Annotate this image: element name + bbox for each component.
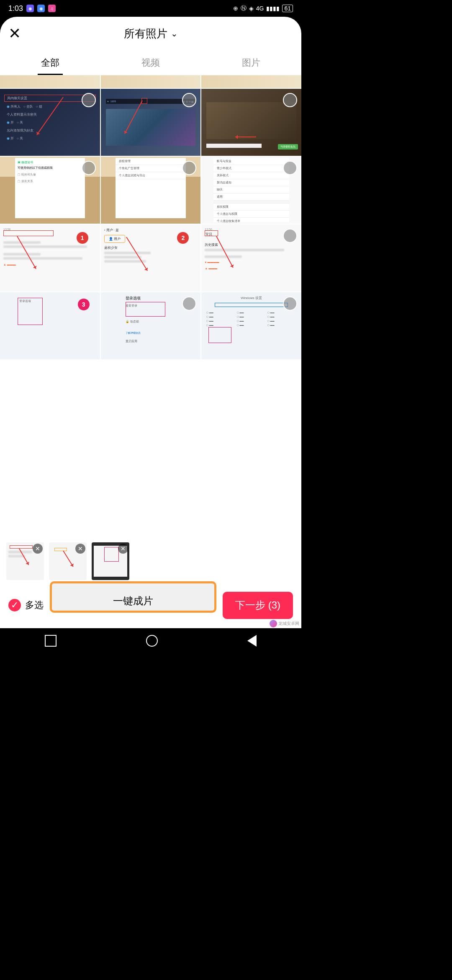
- select-circle[interactable]: [283, 297, 297, 311]
- close-button[interactable]: ✕: [8, 25, 21, 42]
- thumb-r2-1[interactable]: ▣ 微信读书 可使用你的以下信息或权限 ▢ 昵称和头像 ▢ 朋友关系: [0, 157, 100, 224]
- tray-item-2[interactable]: ✕: [49, 542, 87, 580]
- thumb-r1-1[interactable]: 局内聊天设置 ◉ 所有人 ○ 全队 ○ 组 个人资料显示亲密关 ◉ 开 ○ 关 …: [0, 89, 100, 156]
- select-circle[interactable]: [283, 93, 297, 107]
- check-icon: ✓: [8, 599, 21, 611]
- app-icon-2: ◉: [37, 5, 45, 12]
- multi-select-toggle[interactable]: ✓ 多选: [8, 599, 44, 611]
- header: ✕ 所有照片 ⌄: [0, 17, 301, 50]
- select-circle[interactable]: [283, 161, 297, 175]
- select-circle[interactable]: [182, 93, 196, 107]
- remove-icon[interactable]: ✕: [33, 544, 43, 554]
- thumb-r4-2[interactable]: 登录选项 需要登录 🔒 动态锁 了解详细信息 重启应用: [101, 292, 201, 359]
- photo-grid: 局内聊天设置 ◉ 所有人 ○ 全队 ○ 组 个人资料显示亲密关 ◉ 开 ○ 关 …: [0, 75, 301, 540]
- watermark: 龙城安卓网: [270, 620, 299, 627]
- one-click-button[interactable]: 一键成片: [50, 581, 216, 613]
- remove-icon[interactable]: ✕: [118, 544, 128, 554]
- vibrate-icon: ⊕: [233, 5, 238, 12]
- thumb-book-2[interactable]: [101, 75, 201, 88]
- tab-all[interactable]: 全部: [0, 50, 100, 75]
- thumb-r2-2[interactable]: 授权管理 个性化广告管理 个人信息浏览与导出: [101, 157, 201, 224]
- app-icon-3: ♫: [48, 5, 56, 12]
- select-circle[interactable]: [283, 229, 297, 243]
- recent-apps-button[interactable]: [45, 635, 56, 647]
- system-nav-bar: [0, 628, 301, 653]
- header-title-text: 所有照片: [124, 26, 167, 41]
- home-button[interactable]: [146, 635, 158, 647]
- nfc-icon: Ⓝ: [241, 5, 247, 12]
- chevron-down-icon: ⌄: [171, 28, 178, 39]
- thumb-r4-3[interactable]: Windows 设置 ▢ ▬▬▢ ▬▬▢ ▬▬ ▢ ▬▬▢ ▬▬▢ ▬▬ ▢ ▬…: [201, 292, 301, 359]
- select-circle[interactable]: [82, 93, 96, 107]
- album-selector[interactable]: 所有照片 ⌄: [124, 26, 178, 41]
- signal-icon: ▮▮▮▮: [266, 5, 280, 12]
- filter-tabs: 全部 视频 图片: [0, 50, 301, 75]
- selected-tray: ✕ ✕ ✕: [0, 540, 301, 582]
- network-label: 4G: [256, 5, 264, 12]
- thumb-r2-3[interactable]: 帐号与安全 青少年模式 关怀模式 新消息通知 聊天 通用 朋友权限 个人信息与权…: [201, 157, 301, 224]
- status-bar: 1:03 ◉ ◉ ♫ ⊕ Ⓝ ◈ 4G ▮▮▮▮ 61: [0, 0, 301, 17]
- select-circle[interactable]: [82, 161, 96, 175]
- next-button[interactable]: 下一步 (3): [223, 592, 293, 619]
- tab-image[interactable]: 图片: [201, 50, 301, 75]
- thumb-r4-1[interactable]: 登录选项 3: [0, 292, 100, 359]
- battery-indicator: 61: [282, 5, 293, 12]
- bottom-bar: ✓ 多选 一键成片 下一步 (3): [0, 582, 301, 628]
- thumb-r1-3[interactable]: 与亲密好友玩: [201, 89, 301, 156]
- tray-item-3[interactable]: ✕: [92, 542, 129, 580]
- select-circle[interactable]: [182, 161, 196, 175]
- thumb-r3-3[interactable]: 13:56 宝贝 历史搜索 ● ▬▬▬▬ ▲ ▬▬▬: [201, 224, 301, 291]
- thumb-book-1[interactable]: [0, 75, 100, 88]
- remove-icon[interactable]: ✕: [75, 544, 85, 554]
- thumb-r3-1[interactable]: 13:56 ▲ ▬▬▬ 1: [0, 224, 100, 291]
- tab-video[interactable]: 视频: [100, 50, 201, 75]
- thumb-r3-2[interactable]: ‹ 用户 · 是 👤 用户 是枝少女 2: [101, 224, 201, 291]
- back-button[interactable]: [247, 635, 257, 647]
- status-time: 1:03: [8, 4, 23, 13]
- wifi-icon: ◈: [249, 5, 254, 12]
- tray-item-1[interactable]: ✕: [6, 542, 44, 580]
- thumb-book-3[interactable]: [201, 75, 301, 88]
- thumb-r1-2[interactable]: ♦1205 ⊕ ⚙ ✉ ▦: [101, 89, 201, 156]
- watermark-icon: [270, 620, 277, 627]
- app-icon-1: ◉: [26, 5, 34, 12]
